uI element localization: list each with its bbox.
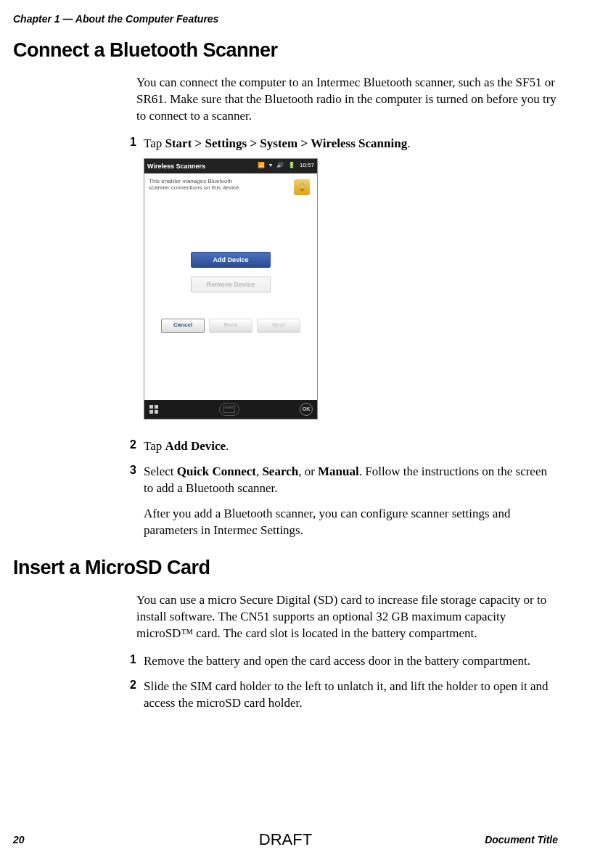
step3-b2: Search <box>262 464 298 478</box>
battery-icon: 🔋 <box>288 162 295 170</box>
step-2: 2 Tap Add Device. <box>120 438 558 455</box>
lock-icon: 🔒 <box>294 179 310 195</box>
wireless-scanners-screenshot: Wireless Scanners 📶 ▾ 🔊 🔋 10:57 This ena… <box>144 158 318 419</box>
screenshot-title: Wireless Scanners <box>147 162 205 171</box>
step-3: 3 Select Quick Connect, Search, or Manua… <box>120 464 558 539</box>
step-content: Select Quick Connect, Search, or Manual.… <box>144 464 558 539</box>
remove-device-button: Remove Device <box>191 277 271 292</box>
step3-prefix: Select <box>144 464 177 478</box>
next-button: Next <box>257 319 300 333</box>
screenshot-status-icons: 📶 ▾ 🔊 🔋 10:57 <box>258 162 314 170</box>
clock-text: 10:57 <box>300 162 314 170</box>
step1-prefix: Tap <box>144 136 165 150</box>
step1-bold: Start > Settings > System > Wireless Sca… <box>165 136 408 150</box>
step2-bold: Add Device <box>165 439 226 453</box>
step3-b3: Manual <box>318 464 359 478</box>
svg-rect-0 <box>149 405 153 409</box>
page-footer: 20 DRAFT Document Title <box>13 834 558 845</box>
speaker-icon: 🔊 <box>276 162 284 170</box>
step-number: 1 <box>120 653 136 670</box>
screenshot-titlebar: Wireless Scanners 📶 ▾ 🔊 🔋 10:57 <box>144 159 317 173</box>
add-device-button[interactable]: Add Device <box>191 252 271 268</box>
step-1: 1 Tap Start > Settings > System > Wirele… <box>120 136 558 430</box>
sd-step-2: 2 Slide the SIM card holder to the left … <box>120 679 558 712</box>
svg-rect-4 <box>223 406 235 413</box>
windows-icon[interactable] <box>149 404 159 414</box>
cancel-button[interactable]: Cancel <box>161 319 205 333</box>
step-number: 3 <box>120 464 136 539</box>
svg-rect-3 <box>155 410 158 414</box>
step-number: 2 <box>120 679 136 712</box>
back-button: Back <box>209 319 252 333</box>
step-content: Tap Start > Settings > System > Wireless… <box>144 136 558 430</box>
screenshot-body: This enabler manages Bluetooth scanner c… <box>144 173 317 400</box>
sd-step-1: 1 Remove the battery and open the card a… <box>120 653 558 670</box>
enabler-text: This enabler manages Bluetooth scanner c… <box>149 178 250 192</box>
step-content: Remove the battery and open the card acc… <box>144 653 558 670</box>
document-title: Document Title <box>485 834 558 845</box>
antenna-icon: ▾ <box>269 162 272 170</box>
step-content: Tap Add Device. <box>144 438 558 455</box>
step3-sep2: , or <box>298 464 318 478</box>
page-number: 20 <box>13 834 25 845</box>
ok-button[interactable]: OK <box>300 403 313 416</box>
draft-watermark: DRAFT <box>259 830 312 849</box>
step2-suffix: . <box>226 439 229 453</box>
signal-icon: 📶 <box>258 162 265 170</box>
step3-after: After you add a Bluetooth scanner, you c… <box>144 506 558 539</box>
section1-intro: You can connect the computer to an Inter… <box>136 75 558 125</box>
step-content: Slide the SIM card holder to the left to… <box>144 679 558 712</box>
step2-prefix: Tap <box>144 439 165 453</box>
svg-rect-1 <box>155 405 158 409</box>
screenshot-bottombar: OK <box>144 400 317 419</box>
section2-intro: You can use a micro Secure Digital (SD) … <box>136 592 558 642</box>
step3-b1: Quick Connect <box>177 464 256 478</box>
step1-suffix: . <box>407 136 410 150</box>
section-heading-microsd: Insert a MicroSD Card <box>13 557 558 579</box>
step-number: 1 <box>120 136 136 430</box>
svg-rect-2 <box>149 410 153 414</box>
keyboard-icon[interactable] <box>219 403 239 416</box>
step-number: 2 <box>120 438 136 455</box>
section-heading-bluetooth: Connect a Bluetooth Scanner <box>13 39 558 62</box>
chapter-header: Chapter 1 — About the Computer Features <box>13 13 558 25</box>
